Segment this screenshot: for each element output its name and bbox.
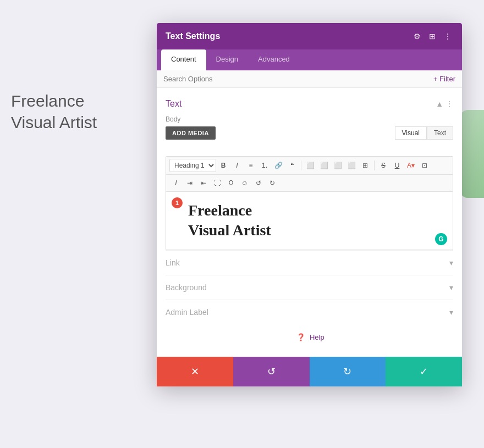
tab-content[interactable]: Content	[161, 49, 206, 70]
ordered-list-button[interactable]: 1.	[258, 159, 271, 172]
text-section-header: Text ▲ ⋮	[166, 95, 453, 113]
save-button[interactable]: ✓	[386, 357, 462, 386]
background-label: Background	[166, 283, 207, 292]
help-icon: ❓	[296, 333, 305, 341]
section-header-icons: ▲ ⋮	[436, 99, 453, 108]
modal-header-icons: ⚙ ⊞ ⋮	[411, 31, 453, 42]
content-text[interactable]: Freelance Visual Artist	[175, 201, 444, 241]
justify-button[interactable]: ⬜	[345, 159, 358, 172]
cancel-button[interactable]: ✕	[157, 357, 233, 386]
admin-label-text: Admin Label	[166, 308, 208, 317]
modal-footer: ✕ ↺ ↻ ✓	[157, 357, 462, 386]
modal-header: Text Settings ⚙ ⊞ ⋮	[157, 23, 462, 49]
strikethrough-button[interactable]: S	[377, 159, 390, 172]
grammarly-icon: G	[435, 233, 447, 245]
link-section[interactable]: Link ▾	[166, 250, 453, 275]
help-section[interactable]: ❓ Help	[166, 324, 453, 350]
body-label: Body	[166, 115, 453, 123]
italic-button[interactable]: I	[230, 159, 244, 172]
background-freelance-text: Freelance Visual Artist	[11, 90, 97, 133]
text-toggle[interactable]: Text	[427, 126, 453, 140]
heading-select[interactable]: Heading 1	[169, 159, 216, 172]
outdent-button[interactable]: ⇤	[197, 176, 210, 190]
collapse-icon[interactable]: ▲	[436, 99, 443, 108]
more-icon[interactable]: ⋮	[442, 31, 453, 42]
search-bar: + Filter	[157, 70, 462, 88]
admin-label-section[interactable]: Admin Label ▾	[166, 300, 453, 324]
tab-design[interactable]: Design	[206, 49, 248, 70]
indent-button[interactable]: ⇥	[183, 176, 196, 190]
align-center-button[interactable]: ⬜	[317, 159, 331, 172]
italic2-button[interactable]: I	[169, 176, 183, 190]
add-media-button[interactable]: ADD MEDIA	[166, 126, 216, 140]
emoji-button[interactable]: ☺	[238, 176, 251, 190]
settings-icon[interactable]: ⚙	[411, 31, 422, 42]
undo-editor-button[interactable]: ↺	[252, 176, 265, 190]
unordered-list-button[interactable]: ≡	[244, 159, 257, 172]
modal-tabs: Content Design Advanced	[157, 49, 462, 70]
content-area[interactable]: 1 Freelance Visual Artist G	[166, 192, 453, 250]
tab-advanced[interactable]: Advanced	[248, 49, 300, 70]
toolbar-divider2	[374, 161, 375, 170]
link-chevron: ▾	[449, 258, 453, 267]
section-title: Text	[166, 99, 182, 109]
section-more-icon[interactable]: ⋮	[446, 99, 453, 108]
redo-editor-button[interactable]: ↻	[266, 176, 279, 190]
link-label: Link	[166, 258, 180, 267]
background-chevron: ▾	[449, 283, 453, 292]
help-label: Help	[310, 333, 324, 341]
special-char-button[interactable]: Ω	[224, 176, 238, 190]
step-badge: 1	[172, 197, 183, 208]
content-line2: Visual Artist	[188, 220, 444, 240]
filter-button[interactable]: + Filter	[433, 75, 455, 83]
bold-button[interactable]: B	[217, 159, 230, 172]
filter-label: + Filter	[433, 75, 455, 83]
content-line1: Freelance	[188, 201, 444, 220]
align-right-button[interactable]: ⬜	[331, 159, 344, 172]
editor-area: Heading 1 B I ≡ 1. 🔗 ❝ ⬜ ⬜ ⬜ ⬜ ⊞ S U A▾ …	[166, 156, 453, 250]
admin-chevron: ▾	[449, 308, 453, 317]
redo-button[interactable]: ↻	[310, 357, 386, 386]
modal-title: Text Settings	[166, 31, 220, 41]
toolbar-row2: I ⇥ ⇤ ⛶ Ω ☺ ↺ ↻	[166, 175, 453, 192]
visual-toggle[interactable]: Visual	[395, 126, 427, 140]
underline-button[interactable]: U	[391, 159, 404, 172]
view-toggle: Visual Text	[395, 126, 453, 140]
toolbar-row1: Heading 1 B I ≡ 1. 🔗 ❝ ⬜ ⬜ ⬜ ⬜ ⊞ S U A▾ …	[166, 157, 453, 175]
text-settings-modal: Text Settings ⚙ ⊞ ⋮ Content Design Advan…	[157, 23, 462, 386]
link-button[interactable]: 🔗	[272, 159, 285, 172]
text-color-button[interactable]: A▾	[404, 159, 417, 172]
toolbar-divider1	[301, 161, 301, 170]
columns-icon[interactable]: ⊞	[427, 31, 438, 42]
fullscreen-button[interactable]: ⛶	[211, 176, 224, 190]
background-section[interactable]: Background ▾	[166, 275, 453, 300]
search-input[interactable]	[163, 75, 433, 83]
blockquote-button[interactable]: ❝	[285, 159, 299, 172]
table-button[interactable]: ⊞	[359, 159, 372, 172]
modal-body: Text ▲ ⋮ Body ADD MEDIA Visual Text Head…	[157, 88, 462, 357]
align-left-button[interactable]: ⬜	[304, 159, 317, 172]
undo-button[interactable]: ↺	[233, 357, 310, 386]
copy-button[interactable]: ⊡	[418, 159, 431, 172]
